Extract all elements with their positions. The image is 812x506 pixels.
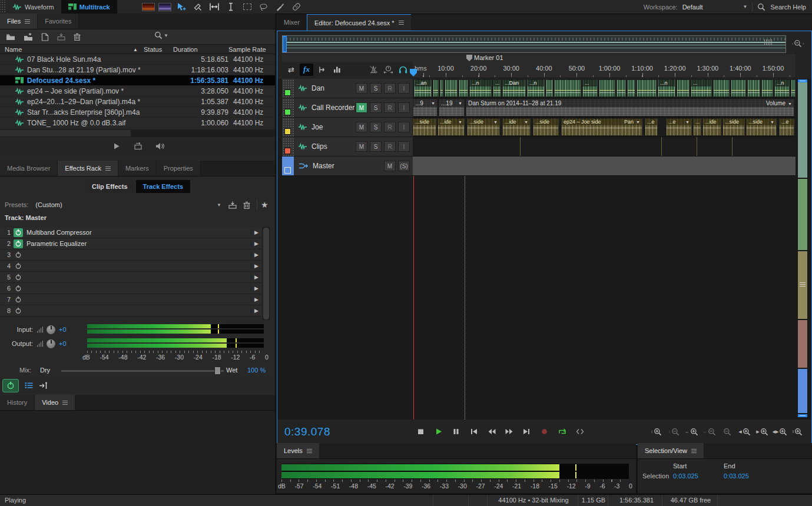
- effect-power-button[interactable]: [14, 273, 23, 282]
- audio-clip[interactable]: ...n: [469, 79, 492, 97]
- audio-clip[interactable]: [459, 79, 468, 97]
- effect-slot[interactable]: 5▶: [0, 272, 261, 283]
- delete-icon[interactable]: [74, 33, 81, 41]
- effect-slot[interactable]: 8▶: [0, 305, 261, 317]
- spectral-pitch-button[interactable]: [157, 1, 173, 14]
- effect-expand-icon[interactable]: ▶: [251, 297, 261, 302]
- track-solo-button[interactable]: S: [370, 141, 382, 152]
- preview-play-button[interactable]: [112, 142, 121, 151]
- track-scroll-segment[interactable]: [798, 82, 807, 178]
- audio-clip[interactable]: [445, 79, 458, 97]
- audio-clip[interactable]: ...e▼: [666, 118, 692, 136]
- track-color-strip[interactable]: [282, 79, 294, 98]
- track-scroll-segment[interactable]: [798, 251, 807, 319]
- mix-slider-handle[interactable]: [214, 367, 221, 375]
- track-header-call-recorder[interactable]: Call RecorderMSRI: [282, 98, 413, 118]
- tab-media-browser[interactable]: Media Browser: [0, 161, 58, 176]
- column-name[interactable]: Name: [5, 46, 133, 53]
- delete-preset-icon[interactable]: [243, 201, 250, 209]
- mix-value[interactable]: 100 %: [247, 367, 266, 374]
- stop-button[interactable]: [415, 425, 427, 438]
- marker-lane[interactable]: Marker 01: [282, 54, 796, 62]
- audio-clip[interactable]: Dan Sturm on 2014–11–28 at 21.19Volume▼: [466, 99, 794, 116]
- lasso-selection-tool-button[interactable]: [256, 1, 271, 14]
- track-monitor-input-button[interactable]: I: [398, 83, 410, 94]
- zoom-to-selection-button[interactable]: ◀▶: [773, 425, 787, 438]
- mix-slider-track[interactable]: [61, 370, 224, 372]
- preset-select[interactable]: (Custom): [35, 201, 62, 208]
- scrollbar-thumb[interactable]: [263, 228, 269, 319]
- open-file-icon[interactable]: [6, 33, 15, 41]
- track-color-strip[interactable]: [282, 118, 294, 137]
- metronome-icon[interactable]: [369, 65, 379, 74]
- files-search[interactable]: ▼: [154, 31, 168, 39]
- go-to-start-button[interactable]: [468, 425, 480, 438]
- track-lane-clips[interactable]: [413, 137, 796, 157]
- audio-clip[interactable]: [713, 79, 730, 97]
- effect-expand-icon[interactable]: ▶: [251, 229, 261, 235]
- effect-slot[interactable]: 4▶: [0, 261, 261, 272]
- audio-clip[interactable]: [677, 79, 690, 97]
- audio-clip[interactable]: ...n: [774, 79, 790, 97]
- clip-dropdown-icon[interactable]: ▼: [636, 120, 640, 124]
- effect-expand-icon[interactable]: ▶: [251, 241, 261, 247]
- timeline-ruler[interactable]: hms 10:0020:0030:0040:0050:001:00:001:10…: [413, 62, 796, 77]
- time-selection-tool-button[interactable]: [207, 1, 222, 14]
- tab-mixer[interactable]: Mixer: [277, 14, 307, 31]
- track-header-joe[interactable]: JoeMSRI: [282, 118, 413, 137]
- audio-clip[interactable]: [791, 79, 796, 97]
- effect-slot[interactable]: 1Multiband Compressor▶: [0, 227, 261, 238]
- audio-clip[interactable]: ...side: [533, 118, 559, 136]
- save-preset-icon[interactable]: [228, 201, 237, 209]
- track-mute-button[interactable]: M: [356, 102, 367, 113]
- effect-power-button[interactable]: [14, 284, 23, 293]
- clip-dropdown-icon[interactable]: ▼: [458, 119, 462, 125]
- track-color-strip[interactable]: [282, 98, 294, 117]
- audio-clip[interactable]: ...side▼: [746, 118, 777, 136]
- panel-menu-icon[interactable]: [62, 401, 68, 405]
- master-level-meter[interactable]: [281, 464, 629, 479]
- spectral-frequency-button[interactable]: [141, 1, 156, 14]
- audio-clip[interactable]: ep24 – Joe sidePan▼: [561, 118, 642, 136]
- panel-menu-icon[interactable]: [105, 167, 111, 171]
- marquee-selection-tool-button[interactable]: [240, 1, 255, 14]
- audio-clip[interactable]: [637, 79, 657, 97]
- track-header-master[interactable]: MasterM(S): [282, 157, 413, 176]
- track-lane-joe[interactable]: ...side...ide▼...side▼...ide▼...sideep24…: [413, 118, 796, 137]
- track-monitor-input-button[interactable]: I: [398, 141, 410, 152]
- paintbrush-tool-button[interactable]: [273, 1, 288, 14]
- file-row[interactable]: Star Tr...acks Enterprise [360p].m4a9:39…: [0, 107, 275, 118]
- track-lane-call-recorder[interactable]: ...9▼...19▼Dan Sturm on 2014–11–28 at 21…: [413, 98, 796, 118]
- zoom-out-full-button[interactable]: [720, 425, 734, 438]
- output-gain-value[interactable]: +0: [59, 340, 67, 347]
- audio-clip[interactable]: [627, 79, 635, 97]
- toggle-track-effects[interactable]: Track Effects: [136, 180, 190, 193]
- zoom-in-outpoint-button[interactable]: ▶: [755, 425, 770, 438]
- audio-clip[interactable]: [747, 79, 760, 97]
- audio-clip[interactable]: [546, 79, 553, 97]
- panel-menu-icon[interactable]: [25, 19, 30, 24]
- show-effects-button[interactable]: fx: [300, 64, 313, 76]
- track-scroll-segment[interactable]: [798, 179, 807, 250]
- loop-playback-button[interactable]: [556, 425, 568, 438]
- audio-clip[interactable]: ...Dan: [502, 79, 526, 97]
- play-button[interactable]: [432, 425, 445, 438]
- scrollbar-grip[interactable]: [798, 414, 807, 417]
- clip-dropdown-icon[interactable]: ▼: [458, 99, 462, 107]
- track-color-strip[interactable]: [282, 157, 294, 175]
- clip-dropdown-icon[interactable]: ▼: [524, 119, 528, 125]
- zoom-in-inpoint-button[interactable]: ◀: [737, 425, 752, 438]
- waveform-view-button[interactable]: Waveform: [6, 0, 61, 14]
- audio-clip[interactable]: ...side: [413, 118, 436, 136]
- track-color-strip[interactable]: [282, 137, 294, 156]
- track-solo-button[interactable]: S: [370, 122, 382, 132]
- track-scroll-segment[interactable]: [798, 369, 807, 413]
- file-row[interactable]: Dan Stu...28 at 21.19 (Partial).mov *1:1…: [0, 65, 275, 75]
- effect-power-button[interactable]: [14, 228, 23, 237]
- audio-clip[interactable]: ...side: [722, 118, 745, 136]
- effect-expand-icon[interactable]: ▶: [251, 252, 261, 258]
- search-icon[interactable]: [757, 3, 765, 11]
- audio-clip[interactable]: ...n: [658, 79, 675, 97]
- rack-list-icon[interactable]: [25, 382, 33, 389]
- audio-clip[interactable]: [599, 79, 615, 97]
